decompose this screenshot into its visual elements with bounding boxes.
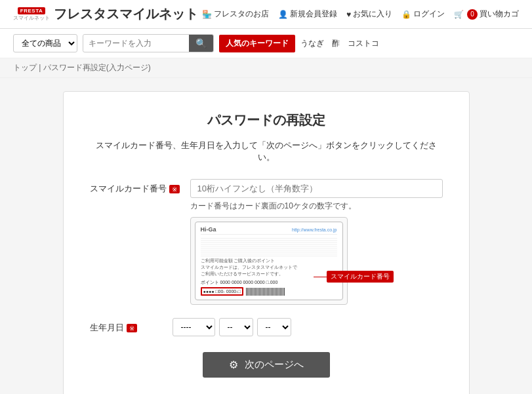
card-hint-text: カード番号はカード裏面の10ケタの数字です。 [190,201,443,212]
breadcrumb-top[interactable]: トップ [13,63,37,72]
header-nav: 🏪 フレスタのお店 👤 新規会員登録 ♥ お気に入り 🔒 ログイン 🛒 0 買い… [202,9,519,20]
card-number-label: スマイルカード番号 ※ [90,179,180,195]
card-number-input[interactable] [190,179,443,198]
search-button[interactable]: 🔍 [189,35,213,52]
cart-icon: 🛒 [454,10,464,19]
card-number-content: カード番号はカード裏面の10ケタの数字です。 Hi-Ga http://www.… [190,179,443,305]
year-select[interactable]: ---- 193019401950 196019701980 199020002… [173,318,215,336]
submit-label: 次のページへ [245,359,304,371]
keyword-costco[interactable]: コストコ [348,38,379,49]
birthdate-label: 生年月日 ※ [90,318,162,334]
page-description: スマイルカード番号、生年月日を入力して「次のページへ」ボタンをクリックしてくださ… [90,140,443,163]
keyword-tags: うなぎ 酢 コストコ [300,38,379,49]
cart-badge: 0 [467,9,478,20]
nav-store-label: フレスタのお店 [214,9,269,20]
logo-wrapper: FRESTA スマイルネット [13,7,50,22]
nav-cart[interactable]: 🛒 0 買い物カゴ [454,9,519,20]
logo-brand-badge: FRESTA [18,7,45,14]
card-number-highlight: ●●●● □00- 0000-□ [201,287,243,296]
submit-icon: ⚙ [229,359,238,371]
breadcrumb-current: パスワード再設定(入力ページ) [43,63,151,72]
store-icon: 🏪 [202,10,212,19]
nav-favorites-label: お気に入り [353,9,392,20]
nav-register[interactable]: 👤 新規会員登録 [278,9,337,20]
callout-line [314,277,327,277]
day-select[interactable]: -- 1234 5678 910 [257,318,291,336]
user-add-icon: 👤 [278,10,288,19]
heart-icon: ♥ [346,10,351,19]
card-number-group: スマイルカード番号 ※ カード番号はカード裏面の10ケタの数字です。 Hi-Ga… [90,179,443,305]
nav-login[interactable]: 🔒 ログイン [401,9,445,20]
nav-favorites[interactable]: ♥ お気に入り [346,9,392,20]
date-selects: ---- 193019401950 196019701980 199020002… [173,318,443,336]
submit-area: ⚙ 次のページへ [90,352,443,378]
birthdate-group: 生年月日 ※ ---- 193019401950 196019701980 19… [90,318,443,336]
callout-text: スマイルカード番号 [327,271,394,283]
month-select[interactable]: -- 1234 5678 9101112 [219,318,253,336]
popular-keywords-label: 人気のキーワード [219,35,295,52]
logo-sub-text: スマイルネット [13,14,50,22]
category-select[interactable]: 全ての商品 [13,34,77,52]
card-barcode [246,288,285,296]
card-mock-wrapper: Hi-Ga http://www.fresta.co.jp ご利用可能金額 ご購… [190,217,348,305]
birthdate-content: ---- 193019401950 196019701980 199020002… [173,318,443,336]
lock-icon: 🔒 [401,10,411,19]
breadcrumb: トップ | パスワード再設定(入力ページ) [0,58,532,78]
site-logo-text: フレスタスマイルネット [54,5,198,23]
nav-register-label: 新規会員登録 [290,9,337,20]
callout-area: スマイルカード番号 [314,271,394,283]
nav-store[interactable]: 🏪 フレスタのお店 [202,9,269,20]
card-required-badge: ※ [169,185,180,193]
page-title: パスワードの再設定 [90,111,443,129]
date-required-badge: ※ [127,324,137,332]
keyword-unagi[interactable]: うなぎ [300,38,324,49]
header: FRESTA スマイルネット フレスタスマイルネット 🏪 フレスタのお店 👤 新… [0,0,532,29]
keyword-su[interactable]: 酢 [332,38,340,49]
card-image-area: Hi-Ga http://www.fresta.co.jp ご利用可能金額 ご購… [190,217,387,305]
logo-area: FRESTA スマイルネット フレスタスマイルネット [13,5,198,23]
search-input[interactable] [83,35,189,51]
nav-cart-label: 買い物カゴ [480,9,519,20]
card-mock: Hi-Ga http://www.fresta.co.jp ご利用可能金額 ご購… [195,222,343,300]
main-content: パスワードの再設定 スマイルカード番号、生年月日を入力して「次のページへ」ボタン… [0,78,532,394]
search-bar: 全ての商品 🔍 人気のキーワード うなぎ 酢 コストコ [0,29,532,58]
nav-login-label: ログイン [413,9,445,20]
search-input-wrapper: 🔍 [83,34,214,52]
card-body-lines [201,237,337,256]
submit-button[interactable]: ⚙ 次のページへ [203,352,330,378]
form-card: パスワードの再設定 スマイルカード番号、生年月日を入力して「次のページへ」ボタン… [63,91,470,394]
